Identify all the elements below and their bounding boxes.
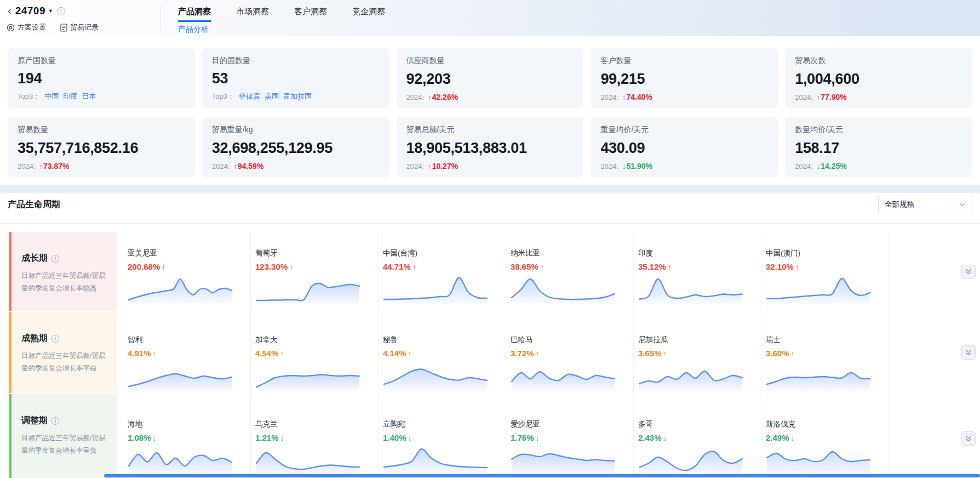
document-icon (60, 24, 67, 32)
country-cell[interactable]: 多哥2.43%↓ (634, 394, 761, 478)
trend-sparkline (255, 358, 368, 393)
country-name: 乌克兰 (255, 419, 368, 429)
country-cell[interactable]: 亚美尼亚200.68%↑ (123, 232, 251, 311)
stat-value: 92,203 (406, 71, 574, 88)
country-name: 尼加拉瓜 (638, 335, 751, 345)
lifecycle-stage-name: 调整期 ! (21, 415, 109, 426)
arrow-down-icon: ↓ (153, 434, 157, 442)
country-cell[interactable]: 瑞士3.60%↑ (761, 312, 889, 393)
stat-value: 1,004,600 (795, 71, 962, 88)
country-name: 海地 (128, 419, 240, 429)
stat-footer: 2024:↑74.40% (600, 93, 768, 101)
spec-filter-value: 全部规格 (885, 200, 914, 209)
info-icon[interactable]: ! (51, 417, 59, 425)
growth-rate-value: 2.43% (638, 433, 662, 442)
stat-card: 贸易次数1,004,6002024:↑77.90% (785, 48, 972, 108)
growth-rate-value: 32.10% (766, 262, 794, 271)
top3-country-link[interactable]: 中国 (44, 92, 59, 101)
country-cell[interactable]: 加拿大4.54%↑ (251, 312, 379, 393)
country-cell[interactable]: 海地1.08%↓ (123, 394, 251, 478)
top3-country-link[interactable]: 孟加拉国 (283, 92, 312, 101)
expand-row-button[interactable] (961, 345, 976, 360)
arrow-up-icon: ↑ (39, 162, 43, 170)
tab-1[interactable]: 市场洞察 (236, 0, 269, 22)
empty-column (889, 232, 944, 311)
country-cell[interactable]: 尼加拉瓜3.65%↑ (634, 312, 761, 393)
country-cell[interactable]: 智利4.91%↑ (123, 312, 251, 393)
year-label: 2024: (18, 162, 36, 170)
growth-rate-value: 3.72% (511, 349, 534, 358)
country-cell[interactable]: 巴哈马3.72%↑ (506, 312, 634, 393)
growth-rate-value: 200.68% (128, 262, 160, 271)
country-name: 多哥 (638, 419, 751, 429)
growth-rate: 123.30%↑ (255, 262, 368, 271)
arrow-up-icon: ↑ (233, 162, 237, 170)
trend-up: ↑73.87% (39, 162, 70, 170)
horizontal-scrollbar-thumb[interactable] (104, 474, 980, 477)
top3-country-link[interactable]: 美国 (265, 92, 279, 101)
stat-footer: 2024:↓51.90% (600, 162, 768, 170)
expand-row-button[interactable] (961, 431, 976, 446)
tab-0[interactable]: 产品洞察 (178, 0, 211, 22)
back-icon[interactable]: ‹ (8, 5, 12, 16)
table-top-border (0, 223, 980, 224)
arrow-up-icon: ↑ (289, 263, 293, 271)
lifecycle-cells: 海地1.08%↓乌克兰1.21%↓立陶宛1.40%↓爱沙尼亚1.76%↓多哥2.… (123, 394, 944, 478)
tab-3[interactable]: 竞企洞察 (352, 0, 385, 22)
country-cell[interactable]: 中国(台湾)44.71%↑ (379, 232, 506, 311)
top3-country-link[interactable]: 印度 (63, 92, 77, 101)
trend-sparkline (511, 358, 623, 393)
plan-id[interactable]: 24709 (15, 5, 45, 17)
tab-product-analysis[interactable]: 产品分析 (178, 25, 209, 35)
country-cell[interactable]: 乌克兰1.21%↓ (251, 394, 379, 478)
plan-settings-link[interactable]: 方案设置 (7, 22, 46, 32)
tab-2[interactable]: 客户洞察 (294, 0, 327, 22)
country-cell[interactable]: 印度35.12%↑ (634, 232, 761, 311)
country-cell[interactable]: 斯洛伐克2.49%↓ (761, 394, 889, 478)
lifecycle-label-mature: 成熟期 ! 目标产品近三年贸易额/贸易量的季度复合增长率平稳 (9, 312, 117, 393)
info-icon[interactable]: ! (51, 255, 59, 263)
expand-row-button[interactable] (961, 265, 976, 279)
trend-percent: 51.90% (626, 162, 652, 170)
stat-footer: 2024:↑73.87% (18, 162, 185, 170)
lifecycle-cells: 智利4.91%↑加拿大4.54%↑秘鲁4.14%↑巴哈马3.72%↑尼加拉瓜3.… (123, 312, 944, 393)
lifecycle-cells: 亚美尼亚200.68%↑葡萄牙123.30%↑中国(台湾)44.71%↑纳米比亚… (123, 232, 944, 311)
growth-rate-value: 3.65% (638, 349, 662, 358)
plan-selector[interactable]: ‹ 24709 ▼ ! (8, 5, 65, 17)
country-name: 纳米比亚 (511, 248, 623, 258)
lifecycle-stage-desc: 目标产品近三年贸易额/贸易量的季度复合增长率平稳 (21, 350, 109, 374)
country-name: 葡萄牙 (255, 248, 368, 258)
trend-sparkline (255, 442, 368, 478)
arrow-up-icon: ↑ (408, 349, 412, 358)
country-cell[interactable]: 秘鲁4.14%↑ (379, 312, 506, 393)
country-cell[interactable]: 纳米比亚38.65%↑ (506, 232, 634, 311)
country-cell[interactable]: 中国(澳门)32.10%↑ (761, 232, 889, 311)
info-icon[interactable]: ! (57, 7, 65, 15)
stat-value: 32,698,255,129.95 (212, 140, 380, 157)
top3-country-link[interactable]: 菲律宾 (239, 92, 260, 101)
country-cell[interactable]: 葡萄牙123.30%↑ (251, 232, 379, 311)
spec-filter-select[interactable]: 全部规格 (878, 196, 972, 213)
trend-percent: 14.25% (821, 162, 846, 170)
lifecycle-label-growth: 成长期 ! 目标产品近三年贸易额/贸易量的季度复合增长率较高 (9, 232, 117, 311)
chevron-down-icon[interactable]: ▼ (48, 8, 53, 14)
trend-down: ↓51.90% (622, 162, 652, 170)
country-name: 爱沙尼亚 (511, 419, 623, 429)
country-cell[interactable]: 立陶宛1.40%↓ (379, 394, 506, 478)
trend-sparkline (638, 271, 751, 308)
arrow-up-icon: ↑ (536, 349, 540, 358)
top3-country-link[interactable]: 日本 (82, 92, 96, 101)
growth-rate-value: 4.14% (383, 349, 406, 358)
country-cell[interactable]: 爱沙尼亚1.76%↓ (506, 394, 634, 478)
growth-rate: 38.65%↑ (511, 262, 623, 271)
year-label: 2024: (795, 93, 813, 101)
trade-records-link[interactable]: 贸易记录 (60, 22, 99, 32)
top3-label: Top3： (18, 92, 40, 101)
chevrons-down-icon (965, 268, 972, 275)
growth-rate: 4.91%↑ (128, 349, 240, 358)
growth-rate-value: 1.76% (511, 433, 534, 442)
growth-rate: 4.14%↑ (383, 349, 496, 358)
growth-rate-value: 1.08% (128, 433, 151, 442)
chevrons-down-icon (965, 349, 972, 356)
info-icon[interactable]: ! (51, 335, 59, 343)
